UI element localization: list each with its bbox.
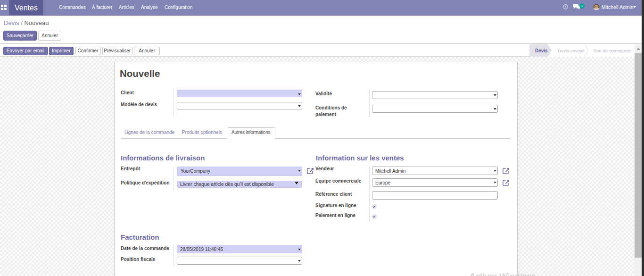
- svg-text:Bon de commande: Bon de commande: [594, 48, 631, 53]
- svg-text:Devis: Devis: [535, 48, 548, 53]
- svg-text:Devis envoyé: Devis envoyé: [558, 48, 585, 53]
